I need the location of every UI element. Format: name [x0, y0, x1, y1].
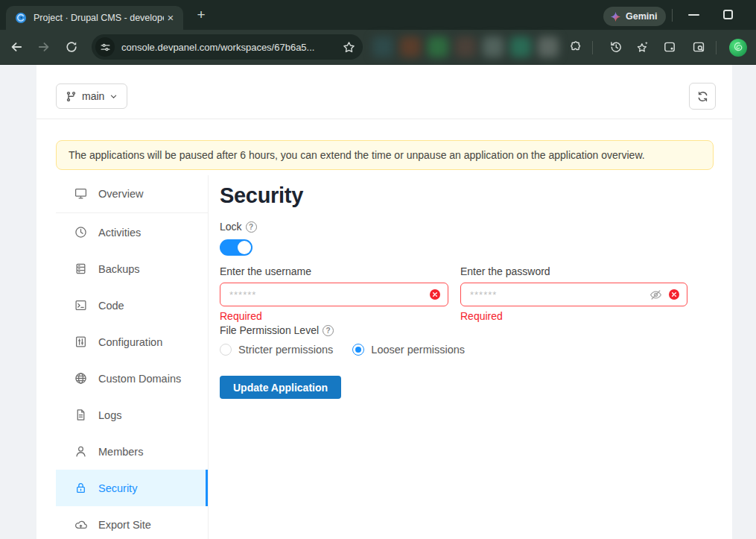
- gemini-button[interactable]: Gemini: [603, 7, 666, 26]
- sidebar-nav: Overview Activities Backups Code Co: [56, 175, 209, 539]
- drupal-favicon-icon: [15, 12, 27, 24]
- url-text[interactable]: console.devpanel.com/workspaces/67b6a5..…: [121, 42, 343, 53]
- password-field-wrap: [460, 283, 687, 306]
- card-header: main: [36, 65, 732, 119]
- sidebar-item-overview[interactable]: Overview: [56, 175, 208, 212]
- radio-looser-permissions[interactable]: Looser permissions: [352, 344, 465, 356]
- refresh-button[interactable]: [689, 83, 716, 110]
- sidebar-item-activities[interactable]: Activities: [56, 214, 208, 250]
- banner-text: The applications will be paused after 6 …: [69, 149, 645, 161]
- password-label: Enter the password: [460, 265, 687, 277]
- eye-slash-icon[interactable]: [649, 289, 662, 301]
- sidebar-item-label: Backups: [98, 263, 140, 275]
- sidebar-item-label: Security: [98, 482, 137, 494]
- toolbar-separator: [716, 41, 717, 54]
- screenshot-icon[interactable]: [661, 38, 679, 56]
- forward-button[interactable]: [35, 38, 53, 56]
- sidebar-item-code[interactable]: Code: [56, 287, 208, 324]
- page-title: Security: [220, 183, 732, 208]
- sidebar-item-security[interactable]: Security: [56, 470, 208, 506]
- content-card: main The applications will be paused aft…: [36, 65, 732, 539]
- clock-icon: [74, 226, 87, 239]
- address-bar[interactable]: console.devpanel.com/workspaces/67b6a5..…: [92, 34, 363, 60]
- radio-label: Stricter permissions: [238, 344, 333, 356]
- lock-help-icon[interactable]: ?: [246, 221, 257, 233]
- titlebar-separator: [672, 9, 673, 22]
- page-background: main The applications will be paused aft…: [0, 65, 756, 539]
- sidebar-item-label: Activities: [98, 227, 141, 239]
- lock-toggle[interactable]: [220, 239, 252, 256]
- lock-icon: [74, 482, 87, 494]
- sidebar-item-label: Configuration: [98, 336, 162, 348]
- file-permission-help-icon[interactable]: ?: [323, 325, 334, 336]
- bookmark-star-icon[interactable]: [343, 41, 355, 54]
- branch-selector[interactable]: main: [56, 83, 127, 109]
- lock-label: Lock: [220, 221, 242, 233]
- window-maximize-button[interactable]: [723, 10, 733, 19]
- sidebar-item-members[interactable]: Members: [56, 433, 208, 470]
- update-application-button[interactable]: Update Application: [220, 376, 341, 399]
- radio-circle[interactable]: [220, 344, 232, 356]
- terminal-icon: [74, 299, 87, 312]
- radio-label: Looser permissions: [371, 344, 465, 356]
- branch-label: main: [82, 90, 104, 102]
- sidebar-item-label: Custom Domains: [98, 373, 181, 385]
- server-icon: [74, 262, 87, 275]
- username-error-text: Required: [220, 310, 448, 322]
- monitor-icon: [74, 187, 87, 200]
- sidebar-item-export-site[interactable]: Export Site: [56, 506, 208, 539]
- sidebar-item-configuration[interactable]: Configuration: [56, 324, 208, 360]
- error-circle-icon: [429, 289, 441, 300]
- sidebar-item-logs[interactable]: Logs: [56, 397, 208, 433]
- extensions-puzzle-icon[interactable]: [566, 38, 584, 56]
- radio-stricter-permissions[interactable]: Stricter permissions: [220, 344, 333, 356]
- new-tab-button[interactable]: +: [192, 7, 210, 25]
- browser-tab[interactable]: Project · Drupal CMS - develope ×: [6, 6, 183, 30]
- gemini-sparkle-icon: [610, 11, 621, 22]
- error-circle-icon: [668, 289, 680, 300]
- sidebar-item-label: Export Site: [98, 519, 151, 531]
- back-button[interactable]: [7, 38, 25, 56]
- pause-warning-banner: The applications will be paused after 6 …: [56, 140, 714, 170]
- sidebar-item-label: Overview: [98, 188, 143, 200]
- profile-avatar[interactable]: [729, 39, 747, 57]
- sync-icon: [696, 90, 709, 103]
- browser-chrome: Project · Drupal CMS - develope × + Gemi…: [0, 0, 756, 65]
- chevron-down-icon: [109, 92, 118, 101]
- tab-strip: Project · Drupal CMS - develope × + Gemi…: [0, 0, 756, 30]
- globe-icon: [74, 372, 87, 385]
- browser-toolbar: console.devpanel.com/workspaces/67b6a5..…: [0, 30, 756, 65]
- reload-button[interactable]: [63, 38, 80, 56]
- window-minimize-button[interactable]: [688, 14, 699, 16]
- security-panel: Security Lock ? Enter the username: [209, 175, 732, 539]
- sliders-icon: [74, 335, 87, 348]
- file-permission-label: File Permission Level: [220, 324, 319, 336]
- file-icon: [74, 409, 87, 421]
- radio-circle-selected[interactable]: [352, 344, 364, 356]
- redacted-extension-icons: [372, 37, 559, 57]
- password-error-text: Required: [460, 310, 687, 322]
- gemini-label: Gemini: [626, 11, 657, 22]
- history-icon[interactable]: [607, 38, 625, 56]
- sidebar-item-backups[interactable]: Backups: [56, 250, 208, 287]
- cloud-export-icon: [74, 518, 87, 531]
- search-tabs-icon[interactable]: [690, 38, 708, 56]
- sidebar-divider: [56, 212, 208, 213]
- bookmarks-sparkle-star-icon[interactable]: [634, 38, 652, 56]
- toggle-knob: [238, 241, 251, 254]
- tab-title: Project · Drupal CMS - develope: [34, 13, 164, 23]
- tab-close-icon[interactable]: ×: [164, 11, 177, 25]
- sidebar-item-label: Logs: [98, 409, 121, 421]
- sidebar-item-custom-domains[interactable]: Custom Domains: [56, 360, 208, 397]
- username-input[interactable]: [220, 283, 429, 306]
- user-icon: [74, 445, 87, 458]
- sidebar-item-label: Code: [98, 300, 124, 312]
- username-label: Enter the username: [220, 265, 448, 277]
- git-branch-icon: [66, 91, 77, 102]
- sidebar-item-label: Members: [98, 446, 143, 458]
- toolbar-separator: [592, 41, 593, 54]
- username-field-wrap: [220, 283, 448, 306]
- site-settings-icon[interactable]: [95, 37, 115, 57]
- password-input[interactable]: [461, 283, 649, 306]
